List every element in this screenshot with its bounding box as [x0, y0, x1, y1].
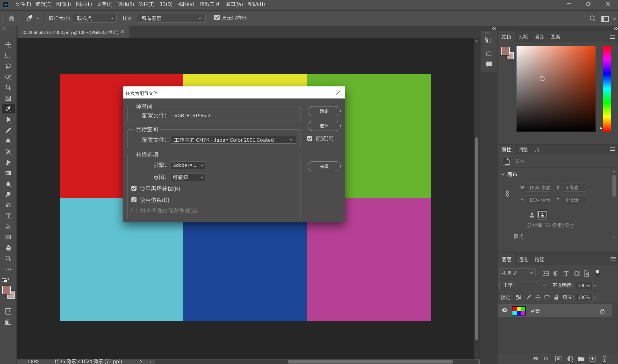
svg-text:Ps: Ps [4, 3, 8, 7]
svg-text:fx: fx [544, 355, 549, 361]
